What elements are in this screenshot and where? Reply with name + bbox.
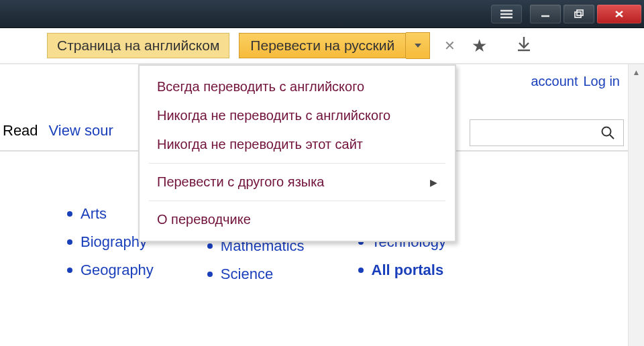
translate-button[interactable]: Перевести на русский	[239, 33, 406, 58]
downloads-icon[interactable]	[515, 36, 533, 56]
browser-menu-button[interactable]	[491, 5, 522, 23]
portal-all-portals[interactable]: All portals	[358, 262, 446, 279]
page-language-label: Страница на английском	[47, 33, 229, 58]
tab-view-source[interactable]: View sour	[49, 122, 113, 139]
menu-never-translate-lang[interactable]: Никогда не переводить с английского	[140, 101, 455, 130]
translate-button-label: Перевести на русский	[250, 38, 394, 54]
menu-about-translator[interactable]: О переводчике	[140, 205, 455, 234]
vertical-scrollbar[interactable]: ▲	[628, 64, 644, 346]
portal-geography[interactable]: Geography	[67, 262, 154, 279]
page-tabs: Read View sour	[3, 122, 113, 139]
minimize-button[interactable]	[530, 5, 561, 23]
search-box[interactable]	[470, 119, 624, 146]
translate-bar: Страница на английском Перевести на русс…	[0, 28, 644, 64]
search-icon	[600, 125, 615, 140]
menu-divider	[149, 200, 445, 201]
svg-line-11	[610, 135, 614, 139]
scroll-up-icon[interactable]: ▲	[629, 64, 644, 80]
translate-options-menu: Всегда переводить с английского Никогда …	[138, 64, 456, 242]
svg-rect-5	[577, 10, 583, 15]
close-window-button[interactable]	[597, 5, 641, 23]
menu-divider	[149, 163, 445, 164]
menu-item-label: Перевести с другого языка	[157, 174, 324, 190]
translate-bar-close-icon[interactable]: ✕	[439, 38, 460, 54]
svg-rect-4	[575, 12, 581, 17]
submenu-arrow-icon: ▶	[430, 177, 437, 188]
create-account-link[interactable]: account	[531, 74, 578, 89]
menu-translate-other-lang[interactable]: Перевести с другого языка ▶	[140, 168, 455, 196]
window-titlebar	[0, 0, 644, 28]
login-link[interactable]: Log in	[584, 74, 621, 89]
bookmark-star-icon[interactable]: ★	[472, 36, 487, 56]
menu-never-translate-site[interactable]: Никогда не переводить этот сайт	[140, 130, 455, 159]
chevron-down-icon	[415, 44, 421, 48]
menu-always-translate[interactable]: Всегда переводить с английского	[140, 72, 455, 101]
restore-button[interactable]	[564, 5, 594, 23]
portal-science[interactable]: Science	[207, 266, 305, 283]
svg-point-10	[602, 127, 611, 136]
translate-options-dropdown-toggle[interactable]	[406, 32, 430, 59]
tab-read[interactable]: Read	[3, 122, 38, 139]
account-links: account Log in	[531, 74, 620, 89]
